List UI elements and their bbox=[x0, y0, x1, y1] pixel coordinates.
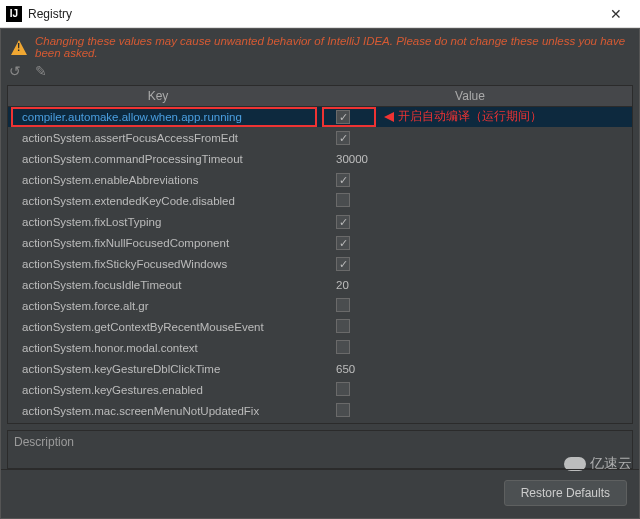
checkbox[interactable] bbox=[336, 382, 350, 396]
table-row[interactable]: actionSystem.keyGestureDblClickTime650 bbox=[8, 359, 632, 380]
table-row[interactable]: actionSystem.mac.screenMenuNotUpdatedFix bbox=[8, 401, 632, 422]
close-button[interactable]: ✕ bbox=[596, 0, 636, 28]
table-header: Key Value bbox=[8, 86, 632, 107]
registry-key: actionSystem.extendedKeyCode.disabled bbox=[8, 195, 308, 207]
registry-key: actionSystem.mac.screenMenuNotUpdatedFix bbox=[8, 405, 308, 417]
registry-value[interactable] bbox=[308, 298, 632, 314]
checkbox[interactable]: ✓ bbox=[336, 236, 350, 250]
table-row[interactable]: actionSystem.force.alt.gr bbox=[8, 296, 632, 317]
checkbox[interactable]: ✓ bbox=[336, 215, 350, 229]
registry-key: actionSystem.fixNullFocusedComponent bbox=[8, 237, 308, 249]
registry-value[interactable]: ✓ bbox=[308, 236, 632, 250]
table-row[interactable]: actionSystem.keyGestures.enabled bbox=[8, 380, 632, 401]
warning-icon bbox=[11, 40, 27, 55]
registry-key: actionSystem.assertFocusAccessFromEdt bbox=[8, 132, 308, 144]
registry-key: actionSystem.force.alt.gr bbox=[8, 300, 308, 312]
table-row[interactable]: actionSystem.assertFocusAccessFromEdt✓ bbox=[8, 128, 632, 149]
table-row[interactable]: actionSystem.commandProcessingTimeout300… bbox=[8, 149, 632, 170]
table-row[interactable]: actionSystem.enableAbbreviations✓ bbox=[8, 170, 632, 191]
table-row[interactable]: actionSystem.getContextByRecentMouseEven… bbox=[8, 317, 632, 338]
checkbox[interactable]: ✓ bbox=[336, 257, 350, 271]
table-row[interactable]: actionSystem.extendedKeyCode.disabled bbox=[8, 191, 632, 212]
checkbox[interactable] bbox=[336, 298, 350, 312]
app-icon: IJ bbox=[6, 6, 22, 22]
window-title: Registry bbox=[28, 7, 72, 21]
registry-value[interactable] bbox=[308, 319, 632, 335]
checkbox[interactable] bbox=[336, 319, 350, 333]
registry-value[interactable]: 650 bbox=[308, 363, 632, 375]
table-row[interactable]: actionSystem.mouseGesturesEnabled✓ bbox=[8, 422, 632, 423]
description-label: Description bbox=[14, 435, 74, 449]
registry-value[interactable] bbox=[308, 340, 632, 356]
edit-icon[interactable]: ✎ bbox=[35, 63, 53, 81]
warning-text: Changing these values may cause unwanted… bbox=[35, 35, 629, 59]
registry-value[interactable] bbox=[308, 193, 632, 209]
table-row[interactable]: actionSystem.honor.modal.context bbox=[8, 338, 632, 359]
registry-key: actionSystem.keyGestures.enabled bbox=[8, 384, 308, 396]
registry-key: actionSystem.fixLostTyping bbox=[8, 216, 308, 228]
titlebar: IJ Registry ✕ bbox=[0, 0, 640, 28]
revert-icon[interactable]: ↺ bbox=[9, 63, 27, 81]
registry-key: actionSystem.keyGestureDblClickTime bbox=[8, 363, 308, 375]
registry-value[interactable]: 20 bbox=[308, 279, 632, 291]
dialog-body: Changing these values may cause unwanted… bbox=[0, 28, 640, 519]
restore-defaults-button[interactable]: Restore Defaults bbox=[504, 480, 627, 506]
table-row[interactable]: actionSystem.fixStickyFocusedWindows✓ bbox=[8, 254, 632, 275]
registry-value[interactable]: ✓ bbox=[308, 215, 632, 229]
toolbar: ↺ ✎ bbox=[1, 61, 639, 83]
checkbox[interactable]: ✓ bbox=[336, 173, 350, 187]
registry-value[interactable]: ✓ bbox=[308, 173, 632, 187]
dialog-footer: Restore Defaults bbox=[1, 469, 639, 518]
registry-key: actionSystem.commandProcessingTimeout bbox=[8, 153, 308, 165]
registry-key: actionSystem.fixStickyFocusedWindows bbox=[8, 258, 308, 270]
checkbox[interactable] bbox=[336, 193, 350, 207]
table-row[interactable]: actionSystem.fixLostTyping✓ bbox=[8, 212, 632, 233]
checkbox[interactable] bbox=[336, 403, 350, 417]
registry-key: actionSystem.enableAbbreviations bbox=[8, 174, 308, 186]
registry-key: compiler.automake.allow.when.app.running bbox=[8, 111, 308, 123]
registry-value[interactable] bbox=[308, 403, 632, 419]
description-panel: Description bbox=[7, 430, 633, 469]
registry-value[interactable] bbox=[308, 382, 632, 398]
checkbox[interactable]: ✓ bbox=[336, 131, 350, 145]
registry-value[interactable]: 30000 bbox=[308, 153, 632, 165]
header-key: Key bbox=[8, 86, 308, 106]
registry-key: actionSystem.getContextByRecentMouseEven… bbox=[8, 321, 308, 333]
registry-key: actionSystem.honor.modal.context bbox=[8, 342, 308, 354]
registry-value[interactable]: ✓ bbox=[308, 131, 632, 145]
table-rows[interactable]: 开启自动编译（运行期间） compiler.automake.allow.whe… bbox=[8, 107, 632, 423]
checkbox[interactable] bbox=[336, 340, 350, 354]
table-row[interactable]: actionSystem.fixNullFocusedComponent✓ bbox=[8, 233, 632, 254]
warning-banner: Changing these values may cause unwanted… bbox=[1, 29, 639, 61]
registry-value[interactable]: ✓ bbox=[308, 257, 632, 271]
checkbox[interactable]: ✓ bbox=[336, 110, 350, 124]
header-value: Value bbox=[308, 86, 632, 106]
registry-key: actionSystem.focusIdleTimeout bbox=[8, 279, 308, 291]
registry-table: Key Value 开启自动编译（运行期间） compiler.automake… bbox=[7, 85, 633, 424]
table-row[interactable]: actionSystem.focusIdleTimeout20 bbox=[8, 275, 632, 296]
registry-value[interactable]: ✓ bbox=[308, 110, 632, 124]
